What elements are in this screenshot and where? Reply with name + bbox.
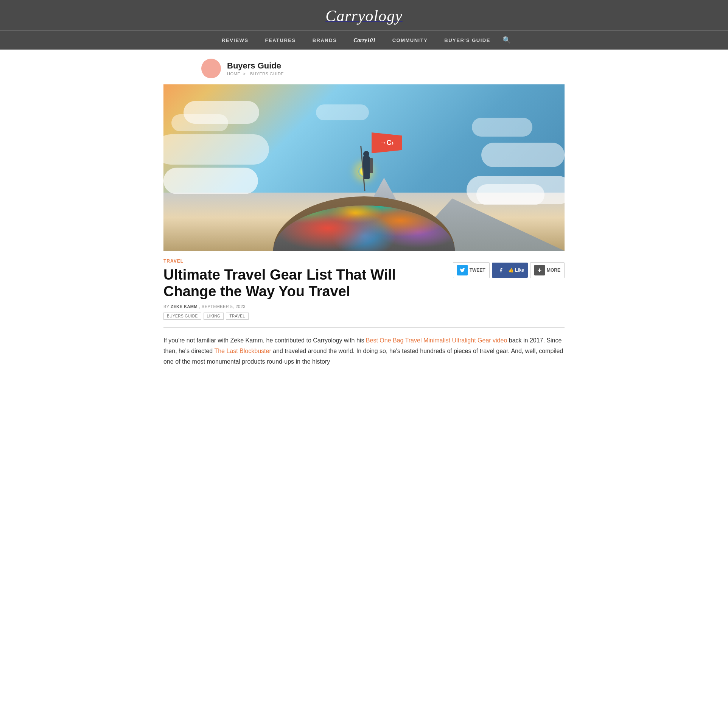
nav-item-carry101[interactable]: Carry101 (345, 32, 384, 49)
byline-prefix: BY (163, 304, 169, 309)
breadcrumb-home[interactable]: HOME (227, 72, 240, 76)
more-button[interactable]: + MORE (530, 262, 565, 278)
article-divider (163, 327, 565, 328)
social-share: TWEET 👍 Like + MORE (453, 258, 565, 278)
logo-text: Carryology (325, 7, 403, 25)
article-link-1[interactable]: Best One Bag Travel Minimalist Ultraligh… (366, 337, 507, 344)
nav-item-community[interactable]: COMMUNITY (384, 32, 436, 48)
main-content: Buyers Guide HOME > BUYERS GUIDE (156, 50, 572, 382)
hero-image-container: →C› (163, 84, 565, 251)
nav-item-reviews[interactable]: REVIEWS (213, 32, 257, 48)
byline-comma: , (199, 304, 202, 309)
article-title: Ultimate Travel Gear List That Will Chan… (163, 267, 406, 300)
article-tags: BUYERS GUIDE LIKING TRAVEL (163, 313, 453, 320)
tweet-button[interactable]: TWEET (453, 262, 490, 278)
site-header: Carryology REVIEWS FEATURES BRANDS Carry… (0, 0, 728, 50)
flag-symbol: →C› (380, 139, 394, 147)
breadcrumb: HOME > BUYERS GUIDE (227, 72, 285, 76)
article-meta-row: TRAVEL Ultimate Travel Gear List That Wi… (163, 251, 565, 320)
article-category[interactable]: TRAVEL (163, 258, 453, 264)
category-info: Buyers Guide HOME > BUYERS GUIDE (227, 61, 285, 76)
breadcrumb-current: BUYERS GUIDE (250, 72, 284, 76)
category-title: Buyers Guide (227, 61, 285, 71)
article-date: SEPTEMBER 5, 2023 (202, 304, 246, 309)
search-icon[interactable]: 🔍 (499, 31, 515, 50)
article-byline: BY ZEKE KAMM , SEPTEMBER 5, 2023 (163, 304, 453, 309)
more-icon: + (534, 265, 545, 275)
tag-travel[interactable]: TRAVEL (226, 313, 248, 320)
hero-image: →C› (163, 84, 565, 251)
category-header: Buyers Guide HOME > BUYERS GUIDE (163, 50, 565, 84)
article-link-2[interactable]: The Last Blockbuster (214, 348, 271, 354)
twitter-icon (457, 265, 468, 275)
facebook-icon (496, 265, 506, 275)
article-paragraph-1: If you're not familiar with Zeke Kamm, h… (163, 335, 565, 367)
category-icon (201, 59, 221, 78)
article-author: ZEKE KAMM (171, 304, 198, 309)
person-head (363, 151, 369, 157)
tweet-label: TWEET (470, 268, 485, 273)
site-logo[interactable]: Carryology (0, 0, 728, 30)
article-left: TRAVEL Ultimate Travel Gear List That Wi… (163, 258, 453, 320)
main-nav: REVIEWS FEATURES BRANDS Carry101 COMMUNI… (0, 30, 728, 50)
article-body: If you're not familiar with Zeke Kamm, h… (163, 335, 565, 382)
tag-liking[interactable]: LIKING (204, 313, 224, 320)
like-label: 👍 Like (508, 268, 524, 273)
tag-buyers-guide[interactable]: BUYERS GUIDE (163, 313, 201, 320)
nav-item-features[interactable]: FEATURES (257, 32, 304, 48)
breadcrumb-separator: > (243, 72, 246, 76)
facebook-button[interactable]: 👍 Like (492, 263, 528, 278)
more-label: MORE (547, 268, 560, 273)
flag: →C› (372, 132, 402, 153)
nav-item-brands[interactable]: BRANDS (304, 32, 345, 48)
nav-item-buyers-guide[interactable]: BUYER'S GUIDE (436, 32, 499, 48)
